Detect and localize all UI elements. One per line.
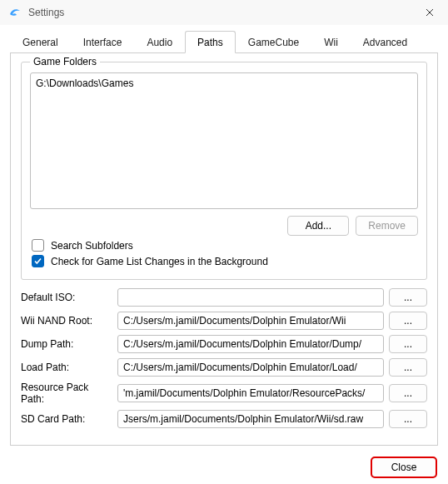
title-bar: Settings: [0, 0, 448, 25]
wii-nand-root-browse-button[interactable]: ...: [389, 312, 427, 330]
default-iso-browse-button[interactable]: ...: [389, 288, 427, 307]
load-path-label: Load Path:: [21, 362, 112, 373]
tab-gamecube[interactable]: GameCube: [236, 31, 311, 52]
game-folders-group: Game Folders G:\Downloads\Games Add... R…: [21, 62, 427, 280]
search-subfolders-row[interactable]: Search Subfolders: [32, 239, 418, 252]
close-button[interactable]: Close: [371, 457, 436, 477]
tab-paths[interactable]: Paths: [185, 31, 236, 53]
wii-nand-root-label: Wii NAND Root:: [21, 315, 112, 327]
dump-path-input[interactable]: C:/Users/m.jamil/Documents/Dolphin Emula…: [117, 335, 384, 353]
game-folders-list[interactable]: G:\Downloads\Games: [30, 72, 418, 209]
default-iso-input[interactable]: [117, 288, 384, 307]
window-title: Settings: [28, 7, 64, 18]
add-folder-button[interactable]: Add...: [287, 216, 349, 236]
dump-path-label: Dump Path:: [21, 338, 112, 350]
tab-general[interactable]: General: [10, 31, 71, 52]
load-path-browse-button[interactable]: ...: [389, 358, 427, 377]
sd-card-path-label: SD Card Path:: [21, 413, 112, 425]
resource-pack-path-label: Resource Pack Path:: [21, 382, 112, 405]
dolphin-icon: [8, 6, 22, 19]
sd-card-path-input[interactable]: Jsers/m.jamil/Documents/Dolphin Emulator…: [117, 410, 384, 428]
default-iso-label: Default ISO:: [21, 292, 112, 303]
search-subfolders-label: Search Subfolders: [51, 240, 133, 252]
wii-nand-root-input[interactable]: C:/Users/m.jamil/Documents/Dolphin Emula…: [117, 312, 384, 330]
tab-audio[interactable]: Audio: [134, 31, 185, 52]
tab-interface[interactable]: Interface: [71, 31, 135, 52]
resource-pack-path-browse-button[interactable]: ...: [389, 384, 427, 402]
tab-wii[interactable]: Wii: [311, 31, 351, 52]
game-folders-legend: Game Folders: [30, 56, 100, 67]
background-check-checkbox[interactable]: [32, 255, 44, 267]
tabpanel-paths: Game Folders G:\Downloads\Games Add... R…: [10, 53, 438, 446]
resource-pack-path-input[interactable]: 'm.jamil/Documents/Dolphin Emulator/Reso…: [117, 384, 384, 402]
tab-strip: General Interface Audio Paths GameCube W…: [10, 30, 438, 53]
background-check-row[interactable]: Check for Game List Changes in the Backg…: [32, 255, 418, 267]
sd-card-path-browse-button[interactable]: ...: [389, 410, 427, 428]
list-item[interactable]: G:\Downloads\Games: [36, 77, 412, 90]
load-path-input[interactable]: C:/Users/m.jamil/Documents/Dolphin Emula…: [117, 358, 384, 377]
search-subfolders-checkbox[interactable]: [32, 239, 44, 252]
dump-path-browse-button[interactable]: ...: [389, 335, 427, 353]
background-check-label: Check for Game List Changes in the Backg…: [51, 256, 268, 267]
remove-folder-button[interactable]: Remove: [356, 216, 418, 236]
tab-advanced[interactable]: Advanced: [351, 31, 420, 52]
window-close-button[interactable]: [411, 0, 448, 25]
